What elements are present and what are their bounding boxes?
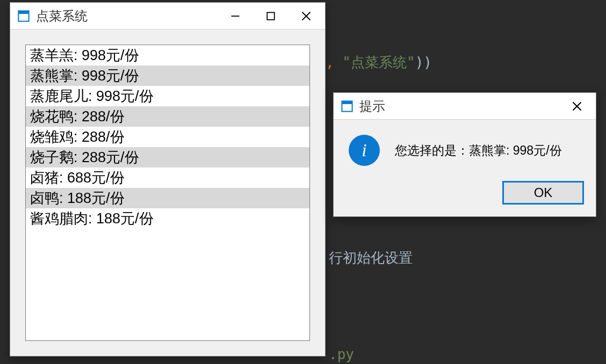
code-punc: , [326, 54, 342, 70]
minimize-button[interactable] [218, 3, 253, 30]
svg-rect-7 [342, 101, 352, 104]
maximize-button[interactable] [253, 3, 288, 30]
app-icon [341, 100, 353, 112]
code-punc: )) [415, 54, 432, 70]
main-window: 点菜系统 蒸羊羔: 998元/份 蒸熊掌: 998元/份 蒸鹿尾儿: 998元/… [10, 2, 326, 356]
code-string: .py [329, 346, 354, 362]
svg-rect-1 [18, 11, 28, 14]
window-title: 点菜系统 [36, 8, 88, 25]
menu-listbox[interactable]: 蒸羊羔: 998元/份 蒸熊掌: 998元/份 蒸鹿尾儿: 998元/份 烧花鸭… [25, 45, 310, 341]
list-item[interactable]: 蒸羊羔: 998元/份 [26, 45, 309, 65]
close-button[interactable] [288, 3, 324, 30]
dialog-body: i 您选择的是：蒸熊掌: 998元/份 [334, 120, 596, 176]
ok-button[interactable]: OK [502, 181, 584, 205]
dialog-titlebar[interactable]: 提示 [334, 93, 596, 120]
list-item[interactable]: 烧雏鸡: 288/份 [26, 127, 309, 147]
dialog-button-row: OK [334, 176, 596, 216]
svg-rect-3 [267, 12, 275, 20]
info-icon: i [349, 135, 380, 166]
list-item[interactable]: 烧花鸭: 288/份 [26, 106, 309, 127]
code-text: 行初始化设置 [329, 247, 413, 270]
dialog-message: 您选择的是：蒸熊掌: 998元/份 [395, 142, 562, 159]
list-item[interactable]: 卤猪: 688元/份 [26, 168, 309, 188]
list-item[interactable]: 蒸熊掌: 998元/份 [26, 65, 309, 86]
titlebar[interactable]: 点菜系统 [10, 3, 325, 30]
dialog-close-button[interactable] [559, 93, 595, 120]
window-body: 蒸羊羔: 998元/份 蒸熊掌: 998元/份 蒸鹿尾儿: 998元/份 烧花鸭… [10, 30, 325, 356]
list-item[interactable]: 酱鸡腊肉: 188元/份 [26, 208, 309, 229]
list-item[interactable]: 烧子鹅: 288元/份 [26, 147, 309, 168]
list-item[interactable]: 蒸鹿尾儿: 998元/份 [26, 86, 309, 106]
list-item[interactable]: 卤鸭: 188元/份 [26, 188, 309, 208]
dialog-title: 提示 [359, 98, 385, 115]
code-string: "点菜系统" [342, 54, 415, 70]
message-dialog: 提示 i 您选择的是：蒸熊掌: 998元/份 OK [333, 92, 596, 217]
app-icon [18, 10, 30, 22]
